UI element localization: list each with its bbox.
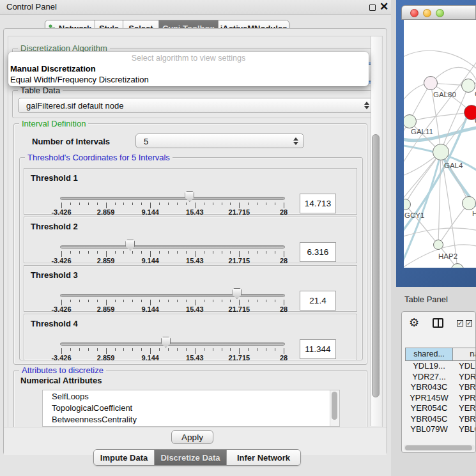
checkbox-icon[interactable]: ✓ [466, 320, 472, 326]
network-node[interactable] [433, 144, 449, 160]
slider-track[interactable] [60, 294, 285, 297]
minimize-traffic-light[interactable] [423, 9, 431, 17]
tick-mark [88, 348, 89, 351]
table-hscrollbar-thumb[interactable] [405, 445, 472, 450]
tick-mark [97, 203, 98, 205]
tick-mark [230, 348, 231, 351]
tick-mark [132, 300, 133, 302]
slider-thumb[interactable] [125, 240, 135, 250]
cell-shared-name[interactable]: YDL19... [405, 361, 453, 372]
tick-mark [79, 348, 80, 351]
tick-mark [97, 251, 98, 254]
cell-shared-name[interactable]: YDR27... [405, 372, 453, 383]
table-rows[interactable]: YDL19...YDL19YDR27...YDR27YBR043CYBR043C… [405, 361, 476, 436]
scroll-viewport: Discretization Algorithm Table Data galF… [8, 36, 383, 428]
numerical-attributes-list[interactable]: SelfLoopsTopologicalCoefficientBetweenne… [42, 390, 340, 427]
list-scrollbar-thumb[interactable] [332, 392, 337, 420]
slider-thumb[interactable] [185, 191, 194, 202]
table-row[interactable]: YBR045CYBR045C [405, 414, 476, 425]
cell-name[interactable]: YPR145W [453, 393, 476, 404]
tick-mark [168, 203, 169, 205]
tick-mark [70, 300, 71, 302]
attribute-item[interactable]: SelfLoops [52, 392, 89, 401]
tick-label: 9.144 [141, 305, 159, 313]
split-columns-icon[interactable] [433, 318, 443, 328]
attribute-item[interactable]: BetweennessCentrality [52, 415, 137, 424]
close-icon[interactable]: ✕ [380, 0, 388, 14]
tick-label: 15.43 [186, 208, 204, 216]
tick-mark [123, 300, 124, 302]
tick-label: -3.426 [51, 305, 71, 313]
slider-track[interactable] [60, 245, 285, 249]
tab-discretize-data[interactable]: Discretize Data [155, 450, 227, 465]
slider-thumb[interactable] [161, 337, 171, 348]
close-traffic-light[interactable] [410, 9, 418, 17]
network-canvas[interactable]: GAL80GAL11GAL4GCY1HAP2HGC [404, 20, 476, 268]
tab-impute-data[interactable]: Impute Data [94, 450, 155, 465]
cell-shared-name[interactable]: YBL079W [405, 424, 453, 435]
network-node[interactable] [424, 76, 438, 90]
table-row[interactable]: YBL079WYBL079W [405, 424, 476, 435]
tick-mark [248, 203, 249, 205]
tick-label: 9.144 [141, 208, 159, 216]
tick-mark [248, 348, 249, 351]
table-row[interactable]: YPR145WYPR145W [405, 393, 476, 404]
cell-shared-name[interactable]: YPR145W [405, 393, 453, 404]
checkbox-icon[interactable]: ✓ [457, 320, 463, 326]
network-node[interactable] [461, 79, 475, 93]
cell-shared-name[interactable]: YER054C [405, 403, 453, 414]
apply-button[interactable]: Apply [171, 430, 213, 444]
tick-mark [88, 300, 89, 302]
tick-mark [204, 300, 204, 302]
threshold-value-field[interactable]: 11.344 [300, 339, 336, 359]
table-row[interactable]: YBR043CYBR043C [405, 382, 476, 393]
slider-track[interactable] [60, 197, 285, 200]
popup-item-manual-discretization[interactable]: Manual Discretization [10, 64, 96, 73]
tab-infer-network[interactable]: Infer Network [227, 450, 300, 465]
tick-mark [213, 348, 213, 351]
threshold-value-field[interactable]: 21.4 [300, 291, 336, 311]
network-node[interactable] [433, 240, 443, 250]
table-row[interactable]: YDR27...YDR27 [405, 372, 476, 383]
column-header-shared-name[interactable]: shared... [405, 348, 453, 361]
table-row[interactable]: YDL19...YDL19 [405, 361, 476, 372]
group-title: Attributes to discretize [19, 365, 106, 375]
table-hscrollbar-track[interactable] [404, 445, 475, 450]
list-scrollbar[interactable] [330, 390, 339, 426]
num-intervals-combobox[interactable]: 5 [135, 134, 304, 148]
main-scrollbar-thumb[interactable] [372, 134, 380, 397]
tick-mark [248, 300, 249, 302]
popup-item-equal-width-frequency[interactable]: Equal Width/Frequency Discretization [10, 75, 149, 84]
cell-name[interactable]: YBR045C [453, 414, 476, 425]
table-row[interactable]: YER054CYER054C [405, 403, 476, 414]
cell-shared-name[interactable]: YLR345W [405, 435, 453, 437]
cell-name[interactable]: YDL19 [453, 361, 476, 372]
threshold-value-field[interactable]: 14.713 [300, 194, 336, 213]
table-row[interactable]: YLR345WYLR345W [405, 435, 476, 437]
tick-label: 2.859 [97, 257, 115, 265]
threshold-label: Threshold 2 [31, 222, 78, 231]
tick-mark [257, 251, 257, 254]
tick-mark [230, 251, 231, 254]
tick-mark [168, 348, 169, 351]
zoom-traffic-light[interactable] [436, 9, 444, 17]
cell-name[interactable]: YDR27 [453, 372, 476, 383]
cell-name[interactable]: YBL079W [453, 424, 476, 435]
column-header-name[interactable]: name [453, 348, 476, 361]
float-window-icon[interactable] [369, 4, 376, 11]
table-data-combobox[interactable]: galFiltered.sif default node [18, 98, 375, 113]
slider-track[interactable] [60, 342, 285, 346]
threshold-value-field[interactable]: 6.316 [300, 242, 336, 262]
cell-shared-name[interactable]: YBR045C [405, 414, 453, 425]
tab-label: Infer Network [237, 453, 290, 463]
threshold-4-box: Threshold 4 -3.4262.8599.14415.4321.7152… [24, 314, 357, 360]
slider-thumb[interactable] [232, 288, 242, 299]
attribute-item[interactable]: TopologicalCoefficient [52, 403, 132, 413]
network-node[interactable] [462, 196, 476, 210]
gear-icon[interactable]: ⚙ [409, 316, 419, 330]
network-window-titlebar[interactable] [401, 5, 476, 20]
cell-name[interactable]: YLR345W [453, 435, 476, 437]
cell-name[interactable]: YER054C [453, 403, 476, 414]
cell-name[interactable]: YBR043C [453, 382, 476, 393]
cell-shared-name[interactable]: YBR043C [405, 382, 453, 393]
